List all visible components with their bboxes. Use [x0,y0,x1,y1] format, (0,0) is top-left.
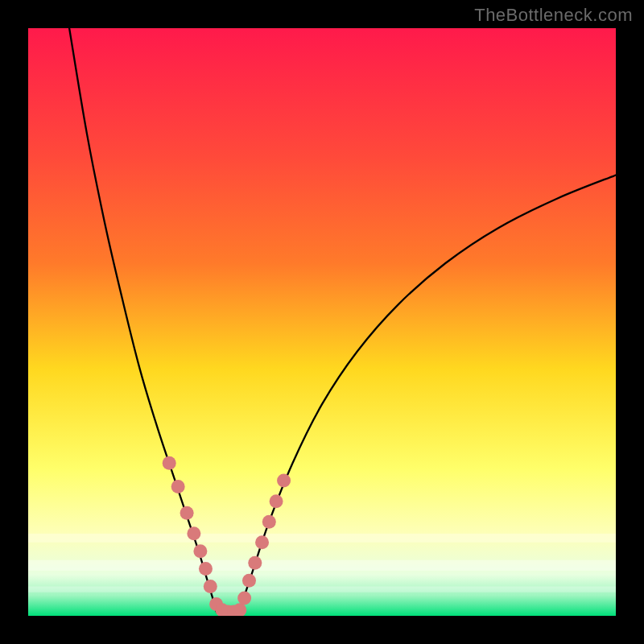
data-point [204,580,217,593]
plot-svg [28,28,616,616]
data-point [277,474,291,488]
accent-band [28,560,616,571]
watermark-text: TheBottleneck.com [474,5,633,26]
data-point [270,494,283,508]
data-point [255,535,269,549]
data-point [242,574,256,588]
data-point [193,544,207,558]
data-point [187,526,200,540]
plot-area [28,28,616,616]
data-point [237,592,251,605]
accent-band [28,587,616,592]
chart-frame: TheBottleneck.com [0,0,644,644]
data-point [199,562,213,576]
data-point [262,515,276,529]
accent-band [28,534,616,543]
gradient-background [28,28,616,616]
data-point [163,456,176,470]
data-point [180,506,194,520]
data-point [171,480,185,493]
data-point [248,556,262,570]
